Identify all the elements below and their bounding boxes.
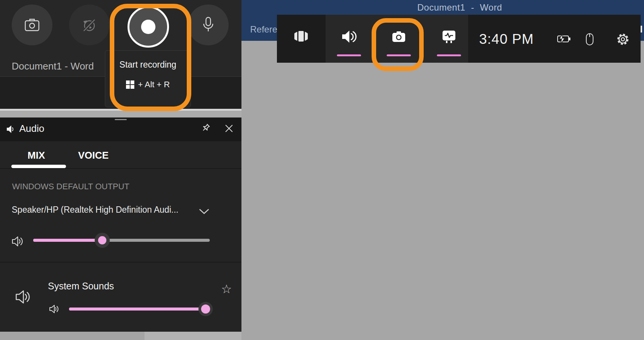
word-window-title: Document1 - Word [417, 2, 502, 13]
background-strip [144, 332, 241, 340]
microphone-icon [202, 16, 214, 34]
capture-target-window-label: Document1 - Word [12, 60, 94, 72]
divider [0, 262, 241, 263]
ribbon-text-fragment [641, 26, 642, 32]
microphone-toggle-button[interactable] [188, 5, 229, 45]
widget-button-performance[interactable] [428, 18, 470, 56]
speaker-icon [49, 303, 60, 315]
master-volume-slider[interactable] [33, 239, 210, 242]
active-tab-underline [11, 165, 66, 168]
game-bar-toolbar: 3:40 PM [277, 15, 641, 63]
widget-active-underline-performance [437, 54, 461, 56]
audio-panel-header: Audio [0, 117, 241, 141]
widget-active-underline-audio [337, 54, 361, 56]
system-sounds-label: System Sounds [48, 281, 114, 292]
filmstrip-icon [292, 28, 310, 45]
background-strip [0, 332, 144, 340]
game-bar-overlay: Document1 - Word Refere [0, 0, 644, 340]
widget-button-audio[interactable] [328, 18, 370, 56]
background-gap [0, 111, 241, 117]
record-last-disabled-icon [80, 16, 98, 34]
mouse-icon[interactable] [585, 32, 594, 46]
output-device-dropdown[interactable]: Speaker/HP (Realtek High Definition Audi… [12, 205, 178, 215]
output-section-label: WINDOWS DEFAULT OUTPUT [12, 182, 129, 192]
take-screenshot-button[interactable] [12, 5, 52, 45]
system-sounds-fill [69, 308, 206, 311]
audio-panel: Audio MIX VOICE WINDOWS DEFAULT OUTPUT [0, 117, 241, 332]
close-icon[interactable] [224, 124, 234, 133]
annotation-highlight-record-button [110, 4, 191, 111]
battery-charging-icon [557, 33, 571, 45]
speaker-icon [341, 29, 357, 44]
divider [0, 168, 241, 169]
speaker-icon [6, 124, 16, 134]
audio-panel-title: Audio [19, 123, 45, 134]
tab-mix[interactable]: MIX [28, 150, 45, 161]
widget-button-gallery[interactable] [280, 18, 322, 56]
settings-gear-icon[interactable] [616, 32, 630, 46]
master-volume-fill [33, 239, 102, 242]
drag-handle[interactable] [115, 119, 127, 120]
camera-icon [24, 18, 40, 32]
pin-icon[interactable] [200, 123, 211, 133]
speaker-icon [15, 288, 32, 306]
clock: 3:40 PM [479, 31, 539, 47]
thumb-dot [98, 236, 106, 244]
system-sounds-slider[interactable] [69, 308, 206, 311]
chevron-down-icon[interactable] [198, 208, 210, 215]
speaker-icon [11, 235, 24, 248]
annotation-highlight-capture-widget [372, 18, 424, 71]
thumb-dot [201, 304, 210, 314]
master-volume-thumb[interactable] [95, 233, 110, 248]
record-last-30s-button-disabled [69, 5, 110, 45]
word-ribbon-tab-references: Refere [250, 24, 277, 35]
favorite-star-icon[interactable]: ☆ [221, 283, 232, 295]
system-sounds-thumb[interactable] [198, 302, 213, 316]
tab-voice[interactable]: VOICE [78, 150, 109, 161]
performance-icon [441, 29, 456, 44]
